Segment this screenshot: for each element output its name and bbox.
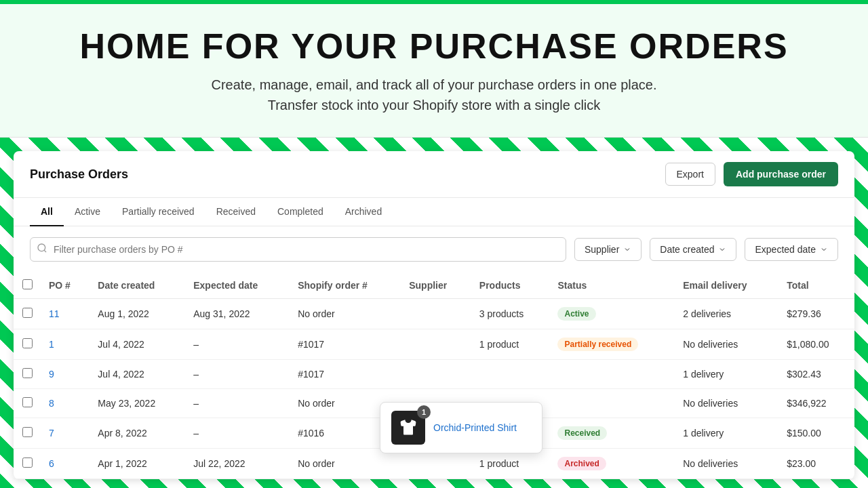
- row-total: $302.43: [778, 360, 854, 389]
- product-count-badge: 1: [417, 405, 431, 419]
- table-row: 11 Aug 1, 2022 Aug 31, 2022 No order 3 p…: [14, 299, 854, 329]
- row-date-created: May 23, 2022: [90, 389, 185, 418]
- row-checkbox-cell: [14, 418, 41, 449]
- export-button[interactable]: Export: [665, 163, 715, 186]
- row-checkbox[interactable]: [22, 427, 33, 437]
- row-po: 6: [41, 449, 90, 479]
- row-checkbox[interactable]: [22, 397, 33, 407]
- status-badge: Received: [557, 426, 607, 440]
- search-icon: [37, 243, 47, 256]
- expected-date-filter-label: Expected date: [755, 244, 816, 255]
- status-badge: Partially received: [557, 338, 638, 351]
- status-badge: Archived: [557, 457, 606, 470]
- row-total: $150.00: [778, 418, 854, 449]
- supplier-filter-button[interactable]: Supplier: [574, 238, 642, 261]
- row-email-delivery: 1 delivery: [675, 360, 778, 389]
- product-name[interactable]: Orchid-Printed Shirt: [433, 422, 517, 433]
- row-checkbox-cell: [14, 329, 41, 360]
- row-expected-date: –: [185, 418, 290, 449]
- filter-row: Supplier Date created Expected date: [14, 226, 854, 272]
- select-all-checkbox[interactable]: [22, 279, 33, 289]
- add-purchase-order-button[interactable]: Add purchase order: [724, 162, 838, 186]
- po-link[interactable]: 7: [49, 428, 54, 439]
- po-link[interactable]: 11: [49, 308, 60, 319]
- row-checkbox[interactable]: [22, 308, 33, 318]
- tab-completed[interactable]: Completed: [267, 198, 334, 226]
- row-status: Archived: [549, 449, 675, 479]
- row-status: [549, 389, 675, 418]
- col-expected-date: Expected date: [185, 272, 290, 299]
- row-checkbox-cell: [14, 299, 41, 329]
- hero-subtitle-2: Transfer stock into your Shopify store w…: [14, 95, 854, 115]
- row-checkbox[interactable]: [22, 368, 33, 378]
- po-link[interactable]: 6: [49, 458, 54, 469]
- row-date-created: Jul 4, 2022: [90, 329, 185, 360]
- row-po: 7: [41, 418, 90, 449]
- row-total: $1,080.00: [778, 329, 854, 360]
- row-supplier: [401, 299, 471, 329]
- row-date-created: Jul 4, 2022: [90, 360, 185, 389]
- row-email-delivery: No deliveries: [675, 449, 778, 479]
- row-shopify-order: No order: [290, 299, 401, 329]
- po-link[interactable]: 1: [49, 339, 54, 350]
- hero-section: HOME FOR YOUR PURCHASE ORDERS Create, ma…: [0, 4, 868, 138]
- row-checkbox-cell: [14, 389, 41, 418]
- row-po: 9: [41, 360, 90, 389]
- tabs-bar: All Active Partially received Received C…: [14, 198, 854, 226]
- tab-partially-received[interactable]: Partially received: [111, 198, 205, 226]
- row-total: $279.36: [778, 299, 854, 329]
- row-products: [471, 360, 550, 389]
- expected-date-filter-button[interactable]: Expected date: [745, 238, 838, 261]
- row-email-delivery: No deliveries: [675, 329, 778, 360]
- row-status: [549, 360, 675, 389]
- status-badge: Active: [557, 307, 595, 321]
- col-po: PO #: [41, 272, 90, 299]
- row-email-delivery: 2 deliveries: [675, 299, 778, 329]
- date-created-filter-button[interactable]: Date created: [650, 238, 736, 261]
- row-total: $346,922: [778, 389, 854, 418]
- tab-active[interactable]: Active: [64, 198, 111, 226]
- row-date-created: Aug 1, 2022: [90, 299, 185, 329]
- product-thumbnail: 1: [391, 411, 425, 445]
- table-row: 1 Jul 4, 2022 – #1017 1 product Partiall…: [14, 329, 854, 360]
- svg-point-0: [38, 244, 45, 251]
- row-checkbox-cell: [14, 360, 41, 389]
- row-status: Partially received: [549, 329, 675, 360]
- row-shopify-order: #1017: [290, 329, 401, 360]
- row-supplier: [401, 360, 471, 389]
- search-input[interactable]: [30, 237, 566, 262]
- col-status: Status: [549, 272, 675, 299]
- date-created-filter-label: Date created: [660, 244, 714, 255]
- po-link[interactable]: 8: [49, 398, 54, 409]
- col-supplier: Supplier: [401, 272, 471, 299]
- tab-archived[interactable]: Archived: [334, 198, 393, 226]
- row-po: 11: [41, 299, 90, 329]
- card-title: Purchase Orders: [30, 167, 128, 182]
- tab-received[interactable]: Received: [205, 198, 267, 226]
- chevron-down-icon: [623, 245, 631, 253]
- row-checkbox[interactable]: [22, 458, 33, 468]
- row-total: $23.00: [778, 449, 854, 479]
- po-link[interactable]: 9: [49, 369, 54, 380]
- tab-all[interactable]: All: [30, 198, 64, 226]
- row-po: 8: [41, 389, 90, 418]
- hero-subtitle-1: Create, manage, email, and track all of …: [14, 75, 854, 95]
- row-email-delivery: 1 delivery: [675, 418, 778, 449]
- row-date-created: Apr 1, 2022: [90, 449, 185, 479]
- row-status: Active: [549, 299, 675, 329]
- row-expected-date: –: [185, 329, 290, 360]
- col-total: Total: [778, 272, 854, 299]
- purchase-orders-card: Purchase Orders Export Add purchase orde…: [14, 151, 854, 479]
- row-shopify-order: #1017: [290, 360, 401, 389]
- row-email-delivery: No deliveries: [675, 389, 778, 418]
- col-products: Products: [471, 272, 550, 299]
- row-supplier: [401, 329, 471, 360]
- search-wrap: [30, 237, 566, 262]
- header-actions: Export Add purchase order: [665, 162, 839, 186]
- row-expected-date: Aug 31, 2022: [185, 299, 290, 329]
- col-email-delivery: Email delivery: [675, 272, 778, 299]
- chevron-down-icon: [718, 245, 726, 253]
- row-checkbox-cell: [14, 449, 41, 479]
- row-checkbox[interactable]: [22, 338, 33, 348]
- row-expected-date: –: [185, 360, 290, 389]
